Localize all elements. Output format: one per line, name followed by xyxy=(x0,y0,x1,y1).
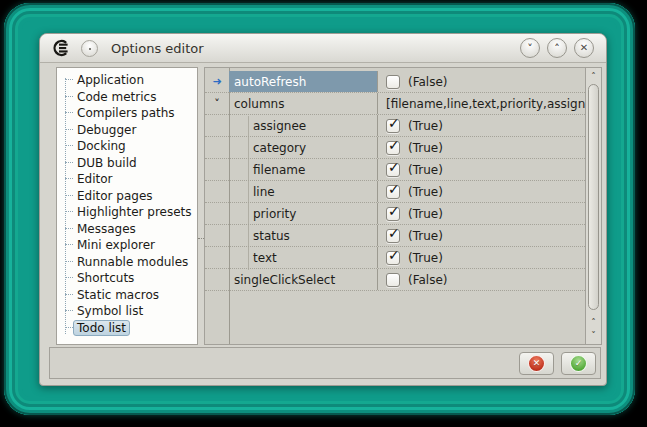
coedit-app-icon xyxy=(52,39,70,57)
vertical-scrollbar[interactable]: ˄ ˄ ˅ xyxy=(585,68,601,344)
sidebar-item-label: Docking xyxy=(73,138,130,154)
sidebar-item-mini-explorer[interactable]: Mini explorer xyxy=(57,236,197,253)
sidebar-item-label: Symbol list xyxy=(73,303,147,319)
cancel-button[interactable]: ✕ xyxy=(519,352,554,375)
sidebar-item-dub-build[interactable]: DUB build xyxy=(57,154,197,171)
check-icon: ✓ xyxy=(388,225,400,241)
sidebar-item-label: Editor pages xyxy=(73,188,157,204)
scrollbar-thumb[interactable] xyxy=(588,84,599,310)
property-grid[interactable]: ➜autoRefresh(False)˅columns[filename,lin… xyxy=(204,67,602,345)
sidebar-item-label: Editor xyxy=(73,171,117,187)
sidebar-item-editor[interactable]: Editor xyxy=(57,170,197,187)
value-text: (True) xyxy=(408,163,443,177)
sidebar-item-runnable-modules[interactable]: Runnable modules xyxy=(57,253,197,270)
property-name[interactable]: line xyxy=(229,181,377,202)
sidebar-item-label: Messages xyxy=(73,221,140,237)
accept-button[interactable]: ✓ xyxy=(561,352,596,375)
property-value[interactable]: ✓(True) xyxy=(377,203,585,224)
property-row-autoRefresh[interactable]: ➜autoRefresh(False) xyxy=(205,71,585,93)
window-menu-button[interactable] xyxy=(81,40,98,57)
property-value[interactable]: ✓(True) xyxy=(377,181,585,202)
sidebar-item-label: Code metrics xyxy=(73,89,160,105)
sidebar-item-label: Debugger xyxy=(73,122,140,138)
sidebar-item-messages[interactable]: Messages xyxy=(57,220,197,237)
checkbox-checked[interactable]: ✓ xyxy=(386,141,400,155)
checkbox-checked[interactable]: ✓ xyxy=(386,207,400,221)
scroll-up2-icon[interactable]: ˄ xyxy=(586,316,601,328)
property-row-status[interactable]: status✓(True) xyxy=(205,225,585,247)
property-name[interactable]: autoRefresh xyxy=(229,71,377,92)
sidebar-item-highlighter-presets[interactable]: Highlighter presets xyxy=(57,203,197,220)
property-name[interactable]: category xyxy=(229,137,377,158)
sidebar-item-shortcuts[interactable]: Shortcuts xyxy=(57,269,197,286)
sidebar-item-todo-list[interactable]: Todo list xyxy=(57,319,197,336)
sidebar-item-editor-pages[interactable]: Editor pages xyxy=(57,187,197,204)
check-icon: ✓ xyxy=(388,159,400,175)
checkbox-checked[interactable]: ✓ xyxy=(386,185,400,199)
shade-button[interactable]: ˅ xyxy=(520,38,540,58)
checkbox-checked[interactable]: ✓ xyxy=(386,163,400,177)
property-row-text[interactable]: text✓(True) xyxy=(205,247,585,269)
options-editor-window: Options editor ˅ ˄ ✕ ApplicationCode met… xyxy=(39,33,607,386)
property-name[interactable]: filename xyxy=(229,159,377,180)
property-value[interactable]: ✓(True) xyxy=(377,115,585,136)
sidebar-item-label: Highlighter presets xyxy=(73,204,196,220)
cancel-icon: ✕ xyxy=(528,355,545,372)
checkbox-checked[interactable]: ✓ xyxy=(386,251,400,265)
scroll-up-icon[interactable]: ˄ xyxy=(586,70,601,82)
property-value[interactable]: (False) xyxy=(377,269,585,290)
property-row-filename[interactable]: filename✓(True) xyxy=(205,159,585,181)
value-text: (True) xyxy=(408,141,443,155)
property-name[interactable]: singleClickSelect xyxy=(229,269,377,290)
titlebar[interactable]: Options editor ˅ ˄ ✕ xyxy=(40,34,606,63)
property-name[interactable]: text xyxy=(229,247,377,268)
property-row-singleClickSelect[interactable]: singleClickSelect(False) xyxy=(205,269,585,291)
close-button[interactable]: ✕ xyxy=(574,38,594,58)
footer-bar: ✕ ✓ xyxy=(49,347,601,379)
sidebar-item-debugger[interactable]: Debugger xyxy=(57,121,197,138)
sidebar-item-docking[interactable]: Docking xyxy=(57,137,197,154)
sidebar-item-label: Static macros xyxy=(73,287,163,303)
check-icon: ✓ xyxy=(388,181,400,197)
property-value[interactable]: ✓(True) xyxy=(377,225,585,246)
collapse-icon[interactable]: ˅ xyxy=(205,93,229,115)
sidebar-item-label: Shortcuts xyxy=(73,270,138,286)
value-text: (True) xyxy=(408,229,443,243)
sidebar-item-label: Todo list xyxy=(73,320,130,336)
current-row-arrow-icon[interactable]: ➜ xyxy=(205,71,229,93)
property-value[interactable]: (False) xyxy=(377,71,585,92)
property-row-priority[interactable]: priority✓(True) xyxy=(205,203,585,225)
property-value[interactable]: ✓(True) xyxy=(377,159,585,180)
checkbox-unchecked[interactable] xyxy=(386,75,400,89)
property-row-columns[interactable]: ˅columns[filename,line,text,priority,ass… xyxy=(205,93,585,115)
property-row-category[interactable]: category✓(True) xyxy=(205,137,585,159)
category-list[interactable]: ApplicationCode metricsCompilers pathsDe… xyxy=(56,67,198,345)
sidebar-item-label: DUB build xyxy=(73,155,141,171)
maximize-button[interactable]: ˄ xyxy=(547,38,567,58)
property-name[interactable]: columns xyxy=(229,93,377,114)
window-title: Options editor xyxy=(111,41,513,56)
value-text: (False) xyxy=(408,273,448,287)
sidebar-item-label: Mini explorer xyxy=(73,237,159,253)
check-icon: ✓ xyxy=(388,115,400,131)
checkbox-unchecked[interactable] xyxy=(386,273,400,287)
sidebar-item-symbol-list[interactable]: Symbol list xyxy=(57,302,197,319)
checkbox-checked[interactable]: ✓ xyxy=(386,229,400,243)
sidebar-item-application[interactable]: Application xyxy=(57,71,197,88)
property-value[interactable]: ✓(True) xyxy=(377,137,585,158)
check-icon: ✓ xyxy=(388,203,400,219)
property-value[interactable]: [filename,line,text,priority,assigne xyxy=(377,93,585,114)
sidebar-item-compilers-paths[interactable]: Compilers paths xyxy=(57,104,197,121)
property-name[interactable]: assignee xyxy=(229,115,377,136)
checkbox-checked[interactable]: ✓ xyxy=(386,119,400,133)
sidebar-item-static-macros[interactable]: Static macros xyxy=(57,286,197,303)
property-name[interactable]: status xyxy=(229,225,377,246)
value-text: (True) xyxy=(408,119,443,133)
property-row-line[interactable]: line✓(True) xyxy=(205,181,585,203)
property-name[interactable]: priority xyxy=(229,203,377,224)
value-text: (True) xyxy=(408,185,443,199)
property-row-assignee[interactable]: assignee✓(True) xyxy=(205,115,585,137)
property-value[interactable]: ✓(True) xyxy=(377,247,585,268)
sidebar-item-code-metrics[interactable]: Code metrics xyxy=(57,88,197,105)
scroll-down-icon[interactable]: ˅ xyxy=(586,329,601,341)
